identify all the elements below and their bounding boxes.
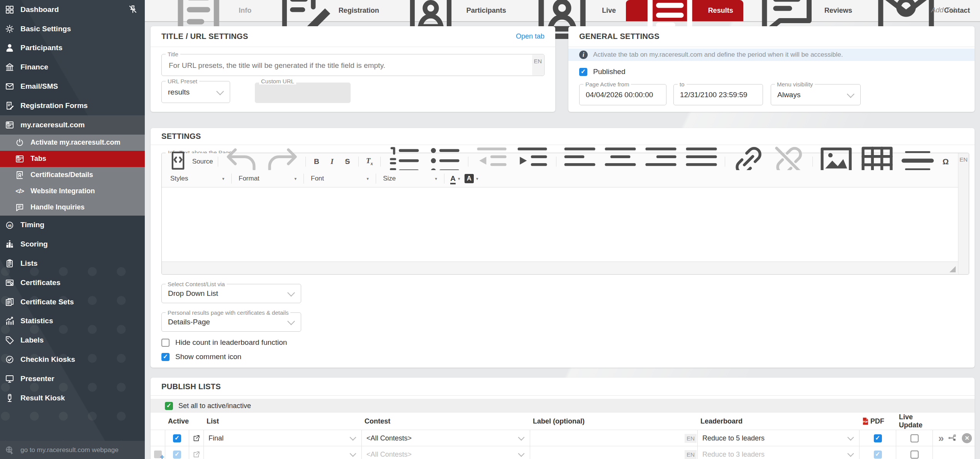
sidebar-item-certificates[interactable]: Certificates	[0, 273, 145, 292]
language-tag: EN	[685, 434, 697, 443]
leaderboard-dropdown[interactable]: Reduce to 5 leaders	[698, 430, 859, 446]
image-button[interactable]	[816, 155, 856, 168]
sidebar-item-checkin-kiosks[interactable]: Checkin Kiosks	[0, 350, 145, 369]
structure-icon[interactable]	[947, 434, 957, 443]
sidebar-item-lists[interactable]: Lists	[0, 254, 145, 273]
page-active-from-field[interactable]: Page Active from 04/04/2026 00:00:00	[579, 84, 666, 105]
editor-content-area[interactable]	[162, 187, 958, 262]
row-pdf-checkbox[interactable]	[874, 451, 882, 459]
text-color-button[interactable]: A▾	[448, 172, 463, 185]
sidebar-subitem-tabs[interactable]: Tabs	[0, 151, 145, 167]
page-active-to-field[interactable]: to 12/31/2100 23:59:59	[673, 84, 763, 105]
align-right-button[interactable]	[641, 155, 681, 168]
justify-button[interactable]	[681, 155, 722, 168]
hide-count-checkbox[interactable]	[161, 339, 170, 347]
tab-reviews[interactable]: Reviews	[743, 0, 862, 21]
published-checkbox[interactable]	[579, 68, 587, 76]
row-pdf-checkbox[interactable]	[874, 434, 882, 442]
row-active-checkbox[interactable]	[173, 434, 181, 442]
format-dropdown[interactable]: Format▾	[235, 175, 300, 182]
indent-button[interactable]	[512, 155, 553, 168]
sidebar-item-timing[interactable]: 45 Timing	[0, 216, 145, 235]
add-tab-button[interactable]: Add Tab	[931, 6, 957, 14]
menu-visibility-dropdown[interactable]: Menu visibility Always	[771, 84, 861, 105]
link-button[interactable]	[728, 155, 769, 168]
personal-results-dropdown[interactable]: Personal results page with certificates …	[161, 312, 301, 332]
background-color-button[interactable]: A▾	[463, 172, 480, 185]
unpin-icon[interactable]	[128, 5, 138, 15]
svg-text:PDF: PDF	[863, 420, 868, 423]
sidebar-item-participants[interactable]: Participants	[0, 39, 145, 58]
strikethrough-button[interactable]: S	[340, 155, 355, 168]
bold-button[interactable]: B	[309, 155, 324, 168]
sidebar-item-certificate-sets[interactable]: Certificate Sets	[0, 292, 145, 312]
sidebar-subitem-handle-inquiries[interactable]: Handle Inquiries	[0, 199, 145, 216]
show-comment-checkbox[interactable]	[161, 353, 170, 361]
insert-row-icon[interactable]	[154, 451, 162, 458]
row-active-checkbox[interactable]	[173, 451, 181, 459]
contest-dropdown[interactable]: <All Contests>	[362, 446, 530, 459]
external-link-icon[interactable]	[193, 451, 200, 458]
resize-handle-icon[interactable]	[949, 266, 956, 272]
align-center-button[interactable]	[600, 155, 641, 168]
table-button[interactable]	[857, 155, 897, 168]
sidebar-subitem-activate[interactable]: Activate my.raceresult.com	[0, 135, 145, 151]
sidebar-item-labels[interactable]: Labels	[0, 331, 145, 350]
sidebar-item-finance[interactable]: Finance	[0, 57, 145, 77]
list-dropdown[interactable]	[204, 446, 361, 459]
bulleted-list-button[interactable]	[424, 155, 465, 168]
tab-participants[interactable]: Participants	[389, 0, 516, 21]
title-field[interactable]: Title EN	[161, 54, 544, 76]
delete-row-icon[interactable]: ✕	[962, 433, 972, 443]
open-tab-link[interactable]: Open tab	[516, 32, 544, 40]
sidebar-item-email-sms[interactable]: Email/SMS	[0, 77, 145, 96]
select-contest-list-dropdown[interactable]: Select Contest/List via Drop Down List	[161, 284, 301, 303]
set-all-checkbox[interactable]	[165, 402, 173, 410]
sidebar-subitem-website-integration[interactable]: </> Website Integration	[0, 183, 145, 199]
sidebar-submenu: Activate my.raceresult.com Tabs Certific…	[0, 135, 145, 216]
tab-results[interactable]: Results	[626, 0, 743, 21]
tab-registration[interactable]: Registration	[261, 0, 389, 21]
sidebar-item-label: Checkin Kiosks	[20, 355, 75, 364]
horizontal-rule-button[interactable]	[897, 155, 938, 168]
publish-table-row-new: <All Contests> EN Reduce to 3 leaders	[151, 446, 975, 459]
outdent-button[interactable]	[471, 155, 512, 168]
tab-contact[interactable]: Contact	[862, 0, 980, 21]
remove-format-button[interactable]: Tx	[362, 155, 377, 168]
sidebar-item-scoring[interactable]: Scoring	[0, 235, 145, 254]
sidebar-subitem-certificates-details[interactable]: Certificates/Details	[0, 167, 145, 183]
redo-button[interactable]	[262, 155, 302, 168]
list-dropdown[interactable]: Final	[204, 430, 361, 446]
size-dropdown[interactable]: Size▾	[379, 175, 441, 182]
info-icon: i	[579, 51, 588, 59]
sidebar-item-basic-settings[interactable]: Basic Settings	[0, 19, 145, 39]
sidebar-item-my-raceresult[interactable]: my.raceresult.com	[0, 115, 145, 135]
numbered-list-button[interactable]	[384, 155, 424, 168]
unlink-button[interactable]	[769, 155, 809, 168]
leaderboard-dropdown[interactable]: Reduce to 3 leaders	[698, 446, 859, 459]
italic-button[interactable]: I	[324, 155, 340, 168]
title-input[interactable]	[168, 54, 517, 76]
expand-row-icon[interactable]: »	[938, 432, 943, 444]
tab-live[interactable]: Live	[516, 0, 626, 21]
sidebar-item-presenter[interactable]: Presenter	[0, 369, 145, 388]
sidebar-item-statistics[interactable]: Statistics	[0, 312, 145, 331]
styles-dropdown[interactable]: Styles▾	[166, 175, 228, 182]
row-live-update-checkbox[interactable]	[910, 434, 919, 442]
tab-info[interactable]: Info	[153, 0, 261, 21]
publish-table-row: Final <All Contests> EN Reduce to 5 lead…	[151, 430, 975, 446]
contest-dropdown[interactable]: <All Contests>	[362, 430, 530, 446]
sidebar-item-dashboard[interactable]: Dashboard	[0, 0, 145, 19]
url-preset-dropdown[interactable]: URL Preset results	[161, 81, 230, 103]
sidebar-footer-link[interactable]: go to my.raceresult.com webpage	[0, 441, 145, 459]
undo-button[interactable]	[221, 155, 262, 168]
source-button[interactable]: Source	[166, 155, 215, 168]
row-live-update-checkbox[interactable]	[910, 451, 919, 459]
sidebar-item-registration-forms[interactable]: Registration Forms	[0, 96, 145, 115]
external-link-icon[interactable]	[193, 434, 200, 442]
font-dropdown[interactable]: Font▾	[307, 175, 373, 182]
align-left-button[interactable]	[560, 155, 600, 168]
sidebar-item-result-kiosk[interactable]: Result Kiosk	[0, 388, 145, 408]
special-char-button[interactable]: Ω	[938, 155, 953, 168]
sidebar-item-label: Tabs	[31, 155, 46, 163]
